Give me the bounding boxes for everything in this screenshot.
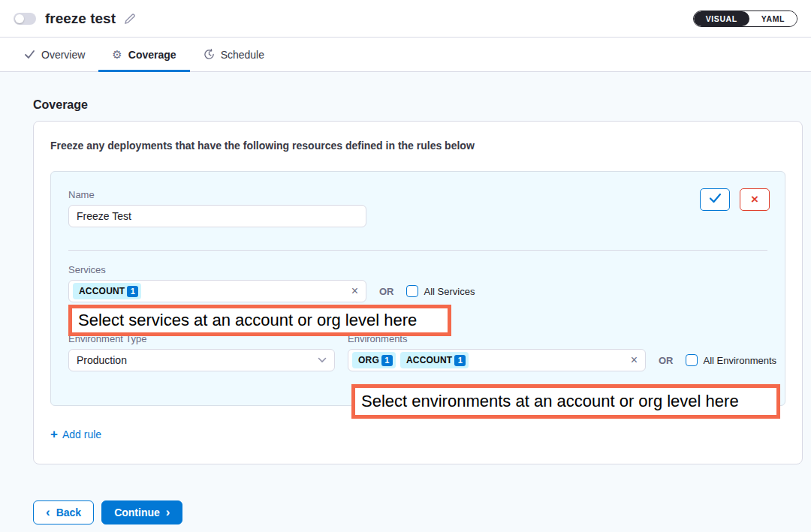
environments-multiselect[interactable]: ORG 1 ACCOUNT 1 ×: [348, 349, 646, 371]
back-label: Back: [56, 506, 81, 518]
tab-bar: Overview ⚙ Coverage Schedule: [0, 38, 811, 72]
gear-icon: ⚙: [112, 49, 122, 60]
chevron-down-icon: [318, 357, 327, 363]
delete-rule-button[interactable]: ×: [740, 188, 770, 211]
chip-count-badge: 1: [454, 355, 466, 366]
chevron-left-icon: ‹: [46, 506, 50, 518]
tab-schedule-label: Schedule: [221, 49, 264, 61]
clear-environments-icon[interactable]: ×: [631, 354, 638, 366]
tab-overview[interactable]: Overview: [11, 38, 98, 71]
tab-coverage-label: Coverage: [128, 49, 176, 61]
clear-services-icon[interactable]: ×: [351, 285, 358, 297]
tab-coverage[interactable]: ⚙ Coverage: [98, 38, 189, 71]
services-multiselect[interactable]: ACCOUNT 1 ×: [68, 280, 366, 302]
environment-type-column: Environment Type Production: [68, 333, 335, 371]
continue-button[interactable]: Continue ›: [101, 500, 182, 524]
rule-card: Name × Services ACCOUNT 1: [50, 171, 785, 406]
environments-annotation: Select environments at an account or org…: [351, 384, 780, 419]
chip-text: ACCOUNT: [406, 355, 452, 365]
environment-chip-account[interactable]: ACCOUNT 1: [400, 352, 469, 368]
chevron-right-icon: ›: [166, 506, 170, 518]
chip-text: ACCOUNT: [79, 286, 125, 296]
close-icon: ×: [751, 192, 758, 207]
coverage-description: Freeze any deployments that have the fol…: [50, 140, 785, 152]
freeze-enabled-toggle[interactable]: [14, 13, 36, 25]
environments-row: ORG 1 ACCOUNT 1 × OR All Environments: [348, 349, 776, 371]
coverage-page: Coverage Freeze any deployments that hav…: [0, 72, 811, 524]
all-environments-label: All Environments: [704, 355, 777, 366]
tab-overview-label: Overview: [41, 49, 85, 61]
check-icon: [709, 193, 722, 206]
services-row: ACCOUNT 1 × OR All Services: [68, 280, 767, 302]
services-label: Services: [68, 264, 767, 275]
tab-schedule[interactable]: Schedule: [190, 38, 278, 71]
chip-count-badge: 1: [381, 355, 393, 366]
continue-label: Continue: [114, 506, 160, 518]
coverage-card: Freeze any deployments that have the fol…: [33, 121, 803, 464]
toggle-knob: [15, 14, 24, 23]
plus-icon: +: [50, 428, 58, 440]
environment-chip-org[interactable]: ORG 1: [352, 352, 396, 368]
name-label: Name: [68, 189, 767, 200]
services-annotation: Select services at an account or org lev…: [68, 305, 451, 336]
coverage-heading: Coverage: [33, 98, 811, 112]
back-button[interactable]: ‹ Back: [33, 500, 94, 524]
add-rule-label: Add rule: [62, 428, 101, 440]
rule-confirm-group: ×: [700, 188, 770, 211]
top-bar: freeze test VISUAL YAML: [0, 0, 811, 38]
schedule-clock-icon: [204, 49, 215, 60]
all-services-checkbox[interactable]: [406, 285, 418, 297]
name-input[interactable]: [68, 205, 366, 227]
visual-yaml-toggle: VISUAL YAML: [693, 11, 797, 27]
chip-text: ORG: [358, 355, 379, 365]
edit-pencil-icon[interactable]: [123, 12, 137, 26]
all-services-label: All Services: [424, 286, 475, 297]
service-chip-account[interactable]: ACCOUNT 1: [73, 283, 141, 299]
services-or-label: OR: [379, 286, 394, 297]
environments-column: Environments ORG 1 ACCOUNT 1 ×: [348, 333, 776, 371]
environment-type-value: Production: [77, 354, 127, 366]
rule-divider: [68, 250, 767, 251]
freeze-title: freeze test: [45, 11, 116, 27]
check-icon: [24, 49, 35, 60]
footer-actions: ‹ Back Continue ›: [33, 500, 811, 524]
add-rule-button[interactable]: + Add rule: [50, 428, 101, 440]
chip-count-badge: 1: [127, 286, 138, 297]
confirm-rule-button[interactable]: [700, 188, 730, 211]
environment-row: Environment Type Production Environments…: [68, 333, 767, 371]
visual-mode-button[interactable]: VISUAL: [694, 11, 749, 26]
environment-type-select[interactable]: Production: [68, 349, 335, 371]
environments-or-label: OR: [659, 355, 674, 366]
yaml-mode-button[interactable]: YAML: [749, 11, 797, 26]
all-environments-checkbox[interactable]: [686, 354, 698, 366]
